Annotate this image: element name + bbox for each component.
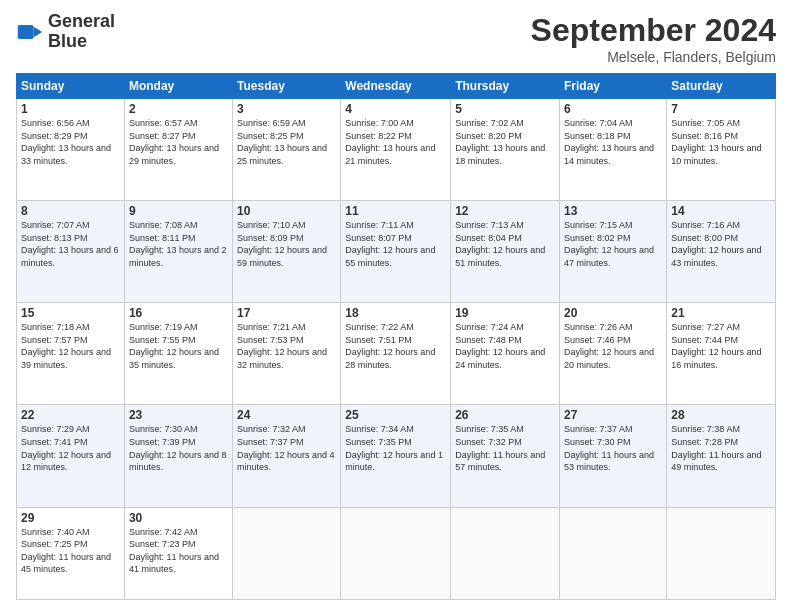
day-number: 9 (129, 204, 228, 218)
calendar-cell: 16Sunrise: 7:19 AMSunset: 7:55 PMDayligh… (124, 303, 232, 405)
day-info: Sunrise: 7:22 AMSunset: 7:51 PMDaylight:… (345, 321, 446, 371)
day-number: 2 (129, 102, 228, 116)
day-info: Sunrise: 6:56 AMSunset: 8:29 PMDaylight:… (21, 117, 120, 167)
logo-text: General Blue (48, 12, 115, 52)
day-info: Sunrise: 7:21 AMSunset: 7:53 PMDaylight:… (237, 321, 336, 371)
calendar-cell: 23Sunrise: 7:30 AMSunset: 7:39 PMDayligh… (124, 405, 232, 507)
calendar-cell: 20Sunrise: 7:26 AMSunset: 7:46 PMDayligh… (560, 303, 667, 405)
calendar-cell: 8Sunrise: 7:07 AMSunset: 8:13 PMDaylight… (17, 201, 125, 303)
logo: General Blue (16, 12, 115, 52)
svg-marker-1 (34, 27, 43, 38)
week-row-5: 29Sunrise: 7:40 AMSunset: 7:25 PMDayligh… (17, 507, 776, 599)
day-info: Sunrise: 6:59 AMSunset: 8:25 PMDaylight:… (237, 117, 336, 167)
day-info: Sunrise: 7:34 AMSunset: 7:35 PMDaylight:… (345, 423, 446, 473)
calendar-cell: 10Sunrise: 7:10 AMSunset: 8:09 PMDayligh… (233, 201, 341, 303)
calendar-cell: 9Sunrise: 7:08 AMSunset: 8:11 PMDaylight… (124, 201, 232, 303)
day-number: 25 (345, 408, 446, 422)
header-friday: Friday (560, 74, 667, 99)
day-number: 7 (671, 102, 771, 116)
calendar-cell (667, 507, 776, 599)
calendar-cell: 15Sunrise: 7:18 AMSunset: 7:57 PMDayligh… (17, 303, 125, 405)
day-info: Sunrise: 7:40 AMSunset: 7:25 PMDaylight:… (21, 526, 120, 576)
day-info: Sunrise: 7:02 AMSunset: 8:20 PMDaylight:… (455, 117, 555, 167)
day-number: 19 (455, 306, 555, 320)
header-monday: Monday (124, 74, 232, 99)
page: General Blue September 2024 Melsele, Fla… (0, 0, 792, 612)
day-info: Sunrise: 7:10 AMSunset: 8:09 PMDaylight:… (237, 219, 336, 269)
day-info: Sunrise: 7:18 AMSunset: 7:57 PMDaylight:… (21, 321, 120, 371)
calendar-cell: 14Sunrise: 7:16 AMSunset: 8:00 PMDayligh… (667, 201, 776, 303)
title-block: September 2024 Melsele, Flanders, Belgiu… (531, 12, 776, 65)
day-number: 5 (455, 102, 555, 116)
day-info: Sunrise: 7:27 AMSunset: 7:44 PMDaylight:… (671, 321, 771, 371)
calendar-cell: 3Sunrise: 6:59 AMSunset: 8:25 PMDaylight… (233, 99, 341, 201)
day-number: 30 (129, 511, 228, 525)
day-info: Sunrise: 7:07 AMSunset: 8:13 PMDaylight:… (21, 219, 120, 269)
calendar-cell: 17Sunrise: 7:21 AMSunset: 7:53 PMDayligh… (233, 303, 341, 405)
day-number: 8 (21, 204, 120, 218)
day-number: 14 (671, 204, 771, 218)
header-sunday: Sunday (17, 74, 125, 99)
calendar-cell: 19Sunrise: 7:24 AMSunset: 7:48 PMDayligh… (451, 303, 560, 405)
day-info: Sunrise: 7:24 AMSunset: 7:48 PMDaylight:… (455, 321, 555, 371)
day-number: 20 (564, 306, 662, 320)
logo-line2: Blue (48, 32, 115, 52)
calendar-cell: 12Sunrise: 7:13 AMSunset: 8:04 PMDayligh… (451, 201, 560, 303)
day-number: 29 (21, 511, 120, 525)
day-info: Sunrise: 7:38 AMSunset: 7:28 PMDaylight:… (671, 423, 771, 473)
day-number: 6 (564, 102, 662, 116)
day-info: Sunrise: 7:19 AMSunset: 7:55 PMDaylight:… (129, 321, 228, 371)
day-number: 18 (345, 306, 446, 320)
calendar-cell (233, 507, 341, 599)
calendar-cell: 30Sunrise: 7:42 AMSunset: 7:23 PMDayligh… (124, 507, 232, 599)
header-thursday: Thursday (451, 74, 560, 99)
calendar-cell: 24Sunrise: 7:32 AMSunset: 7:37 PMDayligh… (233, 405, 341, 507)
day-number: 22 (21, 408, 120, 422)
calendar-cell: 5Sunrise: 7:02 AMSunset: 8:20 PMDaylight… (451, 99, 560, 201)
day-info: Sunrise: 7:35 AMSunset: 7:32 PMDaylight:… (455, 423, 555, 473)
calendar-cell: 18Sunrise: 7:22 AMSunset: 7:51 PMDayligh… (341, 303, 451, 405)
calendar-cell: 4Sunrise: 7:00 AMSunset: 8:22 PMDaylight… (341, 99, 451, 201)
calendar-cell: 11Sunrise: 7:11 AMSunset: 8:07 PMDayligh… (341, 201, 451, 303)
month-title: September 2024 (531, 12, 776, 49)
calendar-cell: 26Sunrise: 7:35 AMSunset: 7:32 PMDayligh… (451, 405, 560, 507)
calendar-header-row: Sunday Monday Tuesday Wednesday Thursday… (17, 74, 776, 99)
calendar-cell: 13Sunrise: 7:15 AMSunset: 8:02 PMDayligh… (560, 201, 667, 303)
calendar-cell: 28Sunrise: 7:38 AMSunset: 7:28 PMDayligh… (667, 405, 776, 507)
header-saturday: Saturday (667, 74, 776, 99)
day-info: Sunrise: 7:16 AMSunset: 8:00 PMDaylight:… (671, 219, 771, 269)
day-number: 16 (129, 306, 228, 320)
day-info: Sunrise: 7:13 AMSunset: 8:04 PMDaylight:… (455, 219, 555, 269)
location-subtitle: Melsele, Flanders, Belgium (531, 49, 776, 65)
calendar-cell: 1Sunrise: 6:56 AMSunset: 8:29 PMDaylight… (17, 99, 125, 201)
day-info: Sunrise: 7:04 AMSunset: 8:18 PMDaylight:… (564, 117, 662, 167)
calendar-cell (451, 507, 560, 599)
header-tuesday: Tuesday (233, 74, 341, 99)
day-info: Sunrise: 7:26 AMSunset: 7:46 PMDaylight:… (564, 321, 662, 371)
day-info: Sunrise: 7:42 AMSunset: 7:23 PMDaylight:… (129, 526, 228, 576)
day-number: 21 (671, 306, 771, 320)
calendar-cell: 29Sunrise: 7:40 AMSunset: 7:25 PMDayligh… (17, 507, 125, 599)
day-info: Sunrise: 7:29 AMSunset: 7:41 PMDaylight:… (21, 423, 120, 473)
calendar-cell (341, 507, 451, 599)
day-number: 23 (129, 408, 228, 422)
day-number: 24 (237, 408, 336, 422)
calendar-cell: 7Sunrise: 7:05 AMSunset: 8:16 PMDaylight… (667, 99, 776, 201)
day-info: Sunrise: 7:15 AMSunset: 8:02 PMDaylight:… (564, 219, 662, 269)
week-row-1: 1Sunrise: 6:56 AMSunset: 8:29 PMDaylight… (17, 99, 776, 201)
calendar-cell (560, 507, 667, 599)
day-number: 27 (564, 408, 662, 422)
day-number: 28 (671, 408, 771, 422)
day-number: 15 (21, 306, 120, 320)
day-number: 17 (237, 306, 336, 320)
day-info: Sunrise: 6:57 AMSunset: 8:27 PMDaylight:… (129, 117, 228, 167)
day-number: 10 (237, 204, 336, 218)
calendar-cell: 21Sunrise: 7:27 AMSunset: 7:44 PMDayligh… (667, 303, 776, 405)
day-number: 3 (237, 102, 336, 116)
day-number: 11 (345, 204, 446, 218)
day-number: 1 (21, 102, 120, 116)
day-info: Sunrise: 7:00 AMSunset: 8:22 PMDaylight:… (345, 117, 446, 167)
day-number: 12 (455, 204, 555, 218)
day-info: Sunrise: 7:05 AMSunset: 8:16 PMDaylight:… (671, 117, 771, 167)
calendar-table: Sunday Monday Tuesday Wednesday Thursday… (16, 73, 776, 600)
